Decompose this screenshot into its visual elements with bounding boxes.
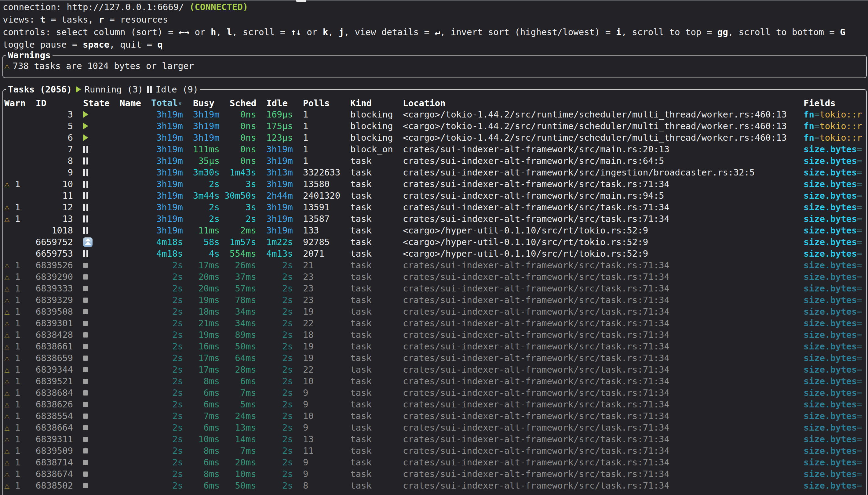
polls-count: 9 — [303, 422, 308, 433]
total-duration: 2s — [172, 398, 183, 410]
task-kind: task — [350, 446, 372, 456]
task-row[interactable]: ⚠ 168385022s6ms50ms2s8taskcrates/sui-ind… — [4, 480, 866, 491]
task-row[interactable]: 63h19m3h19m0ns123µs1blocking<cargo>/toki… — [4, 132, 866, 143]
column-header-warn[interactable]: Warn — [4, 97, 26, 109]
field-key: size.bytes — [804, 411, 857, 421]
kind-cell: task — [350, 236, 393, 248]
task-kind: task — [350, 341, 372, 352]
state-cell — [83, 227, 110, 234]
task-row[interactable]: ⚠ 168393332s20ms57ms2s23taskcrates/sui-i… — [4, 283, 866, 294]
task-row[interactable]: ⚠ 168386742s8ms10ms2s9taskcrates/sui-ind… — [4, 468, 866, 480]
task-row[interactable]: 33h19m3h19m0ns169µs1blocking<cargo>/toki… — [4, 109, 866, 120]
field-val: tokio::r — [819, 133, 862, 143]
task-row[interactable]: 73h19m111ms0ns3h19m1block_oncrates/sui-i… — [4, 143, 866, 155]
task-row[interactable]: ⚠ 1103h19m2s3s3h19m13580taskcrates/sui-i… — [4, 178, 866, 190]
busy-cell: 18ms — [193, 306, 220, 318]
task-kind: task — [350, 329, 372, 340]
field-key: size.bytes — [804, 214, 857, 224]
total-cell: 2s — [151, 306, 183, 318]
kind-cell: task — [350, 352, 393, 364]
task-row[interactable]: 83h19m35µs0ns3h19m1taskcrates/sui-indexe… — [4, 155, 866, 167]
task-row[interactable]: ⚠ 168386612s16ms50ms2s19taskcrates/sui-i… — [4, 341, 866, 352]
task-row[interactable]: 66597524m18s58s1m57s1m22s92785task<cargo… — [4, 236, 866, 248]
polls-cell: 13580 — [303, 178, 340, 190]
fields-cell: size.bytes= — [804, 271, 866, 283]
column-header-idle[interactable]: Idle — [266, 97, 293, 109]
state-cell — [83, 286, 110, 291]
task-row[interactable]: ⚠ 168392902s20ms37ms2s23taskcrates/sui-i… — [4, 271, 866, 283]
warn-cell: ⚠ 1 — [4, 201, 26, 213]
warning-triangle-icon: ⚠ — [4, 283, 10, 294]
task-row[interactable]: 113h19m3m44s30m50s2h44m2401320taskcrates… — [4, 190, 866, 201]
task-row[interactable]: 66597534m18s4s554ms4m13s2071task<cargo>/… — [4, 248, 866, 259]
task-kind: blocking — [350, 121, 393, 131]
field-key: size.bytes — [804, 318, 857, 328]
task-row[interactable]: 53h19m3h19m0ns175µs1blocking<cargo>/toki… — [4, 120, 866, 132]
task-row[interactable]: ⚠ 168387142s6ms20ms2s9taskcrates/sui-ind… — [4, 457, 866, 468]
column-header-busy[interactable]: Busy — [193, 97, 220, 109]
task-row[interactable]: ⚠ 168386642s6ms13ms2s9taskcrates/sui-ind… — [4, 422, 866, 433]
text-segment: j — [339, 27, 344, 37]
field-key: size.bytes — [804, 469, 857, 479]
task-row[interactable]: ⚠ 168384282s19ms89ms2s18taskcrates/sui-i… — [4, 329, 866, 341]
task-row[interactable]: ⚠ 168393292s19ms78ms2s23taskcrates/sui-i… — [4, 294, 866, 306]
task-row[interactable]: ⚠ 1133h19m2s2s3h19m13587taskcrates/sui-i… — [4, 213, 866, 225]
idle-cell: 2s — [266, 398, 293, 410]
text-segment: , — [328, 27, 339, 37]
task-row[interactable]: ⚠ 168393012s21ms34ms2s22taskcrates/sui-i… — [4, 318, 866, 329]
task-id: 6838664 — [36, 422, 73, 433]
id-cell: 6838502 — [36, 480, 73, 491]
kind-cell: block_on — [350, 143, 393, 155]
idle-cell: 3h19m — [266, 143, 293, 155]
text-segment: t — [40, 14, 45, 25]
location-cell: crates/sui-indexer-alt-framework/src/tas… — [403, 341, 794, 352]
total-duration: 3h19m — [156, 109, 183, 120]
task-row[interactable]: 93h19m3m30s1m43s3h13m3322633taskcrates/s… — [4, 167, 866, 178]
task-row[interactable]: ⚠ 168395262s17ms26ms2s21taskcrates/sui-i… — [4, 259, 866, 271]
task-row[interactable]: ⚠ 168393112s10ms14ms2s13taskcrates/sui-i… — [4, 433, 866, 445]
busy-duration: 8ms — [204, 375, 220, 387]
task-row[interactable]: ⚠ 168386592s17ms64ms2s19taskcrates/sui-i… — [4, 352, 866, 364]
state-cell — [83, 483, 110, 488]
task-row[interactable]: ⚠ 168385542s7ms24ms2s10taskcrates/sui-in… — [4, 410, 866, 422]
id-cell: 6839333 — [36, 283, 73, 294]
column-header-name[interactable]: Name — [120, 97, 141, 109]
column-header-state[interactable]: State — [83, 97, 110, 109]
column-header-fields[interactable]: Fields — [804, 97, 866, 109]
kind-cell: task — [350, 294, 393, 306]
location-cell: crates/sui-indexer-alt-framework/src/mai… — [403, 190, 794, 201]
idle-cell: 3h19m — [266, 178, 293, 190]
task-row[interactable]: ⚠ 168386262s6ms5ms2s9taskcrates/sui-inde… — [4, 398, 866, 410]
state-cell — [83, 263, 110, 268]
id-cell: 6 — [36, 132, 73, 143]
text-segment: , scroll to bottom = — [728, 27, 840, 37]
task-row[interactable]: 10183h19m11ms2ms3h19m133task<cargo>/hype… — [4, 225, 866, 236]
task-location: crates/sui-indexer-alt-framework/src/mai… — [403, 156, 664, 166]
polls-cell: 1 — [303, 120, 340, 132]
idle-duration: 2s — [282, 375, 293, 387]
task-row[interactable]: ⚠ 168393442s17ms28ms2s22taskcrates/sui-i… — [4, 364, 866, 375]
task-row[interactable]: ⚠ 168386842s6ms7ms2s9taskcrates/sui-inde… — [4, 387, 866, 398]
kind-cell: task — [350, 480, 393, 491]
text-segment: ↑↓ — [291, 27, 301, 37]
warning-triangle-icon: ⚠ — [4, 60, 10, 72]
task-row[interactable]: ⚠ 168395082s18ms34ms2s19taskcrates/sui-i… — [4, 306, 866, 318]
column-header-sched[interactable]: Sched — [230, 97, 256, 109]
task-row[interactable]: ⚠ 168395092s8ms7ms2s11taskcrates/sui-ind… — [4, 445, 866, 457]
sched-cell: 5ms — [230, 398, 256, 410]
column-header-kind[interactable]: Kind — [350, 97, 393, 109]
column-header-id[interactable]: ID — [36, 97, 73, 109]
field-key: size.bytes — [804, 225, 857, 236]
idle-state-icon — [83, 181, 88, 188]
task-row[interactable]: ⚠ 168395212s8ms6ms2s10taskcrates/sui-ind… — [4, 375, 866, 387]
task-location: crates/sui-indexer-alt-framework/src/tas… — [403, 329, 669, 340]
state-cell — [83, 216, 110, 222]
total-duration: 2s — [172, 271, 183, 283]
column-header-total[interactable]: Total▿ — [151, 97, 183, 109]
task-id: 6838554 — [36, 410, 73, 422]
column-header-polls[interactable]: Polls — [303, 97, 340, 109]
polls-count: 9 — [303, 469, 308, 479]
column-header-location[interactable]: Location — [403, 97, 794, 109]
busy-duration: 2s — [209, 213, 220, 225]
task-row[interactable]: ⚠ 1123h19m2s3s3h19m13591taskcrates/sui-i… — [4, 201, 866, 213]
